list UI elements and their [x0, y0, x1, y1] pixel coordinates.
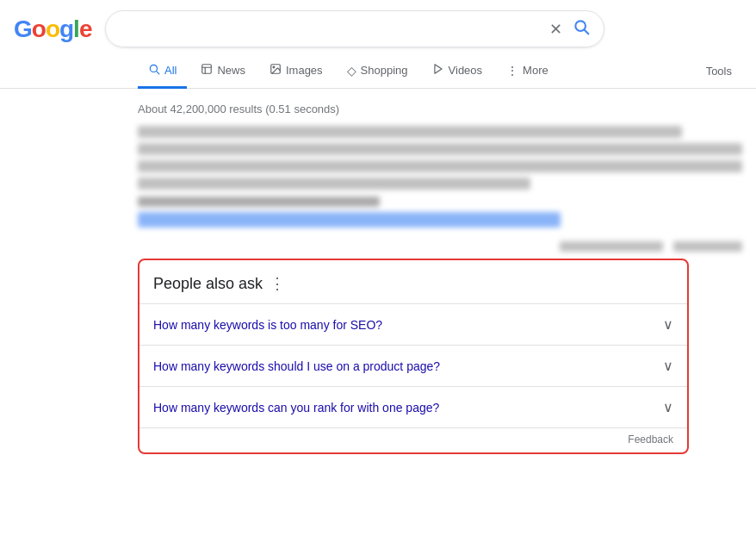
nav-tabs: All News Images ◇ Shopping Videos ⋮ More…: [0, 54, 756, 89]
tab-all-label: All: [164, 64, 177, 77]
paa-question-2-text: How many keywords should I use on a prod…: [153, 359, 440, 373]
header: Google how many seo keywords per page ✕: [0, 0, 756, 47]
news-tab-icon: [201, 63, 213, 78]
svg-marker-9: [434, 65, 441, 74]
svg-rect-4: [202, 65, 212, 74]
paa-chevron-3-icon: ∨: [663, 399, 673, 415]
paa-feedback[interactable]: Feedback: [139, 427, 687, 452]
tab-shopping-label: Shopping: [361, 64, 408, 77]
search-icon[interactable]: [573, 18, 590, 40]
svg-line-3: [157, 72, 159, 74]
tab-videos-label: Videos: [449, 64, 483, 77]
paa-title: People also ask: [153, 275, 263, 293]
more-tab-icon: ⋮: [506, 64, 518, 78]
tab-more-label: More: [523, 64, 548, 77]
paa-question-1-text: How many keywords is too many for SEO?: [153, 318, 382, 332]
tab-all[interactable]: All: [138, 54, 187, 89]
paa-question-3[interactable]: How many keywords can you rank for with …: [139, 386, 687, 427]
paa-question-1[interactable]: How many keywords is too many for SEO? ∨: [139, 303, 687, 345]
search-result-1: [138, 126, 742, 228]
google-logo: Google: [14, 16, 91, 43]
tab-images-label: Images: [286, 64, 323, 77]
tab-videos[interactable]: Videos: [422, 54, 493, 89]
images-tab-icon: [270, 63, 282, 78]
search-bar: how many seo keywords per page ✕: [105, 10, 604, 47]
svg-point-8: [273, 66, 275, 68]
search-input[interactable]: how many seo keywords per page: [120, 22, 549, 37]
shopping-tab-icon: ◇: [347, 64, 356, 78]
tab-shopping[interactable]: ◇ Shopping: [337, 55, 418, 89]
paa-options-icon[interactable]: ⋮: [270, 274, 285, 293]
tools-tab[interactable]: Tools: [696, 56, 742, 86]
blurred-feedback-row: [138, 241, 742, 252]
people-also-ask-box: People also ask ⋮ How many keywords is t…: [138, 259, 689, 454]
clear-icon[interactable]: ✕: [549, 20, 562, 39]
search-tab-icon: [148, 63, 160, 78]
paa-question-3-text: How many keywords can you rank for with …: [153, 401, 439, 415]
svg-line-1: [585, 30, 589, 34]
paa-chevron-1-icon: ∨: [663, 316, 673, 333]
tab-more[interactable]: ⋮ More: [496, 55, 559, 89]
content-area: About 42,200,000 results (0.51 seconds) …: [0, 89, 756, 468]
tab-images[interactable]: Images: [259, 54, 333, 89]
tab-news[interactable]: News: [190, 54, 256, 89]
tab-news-label: News: [217, 64, 245, 77]
paa-question-2[interactable]: How many keywords should I use on a prod…: [139, 345, 687, 386]
paa-chevron-2-icon: ∨: [663, 358, 673, 374]
results-count: About 42,200,000 results (0.51 seconds): [138, 103, 742, 115]
videos-tab-icon: [432, 63, 444, 78]
paa-header: People also ask ⋮: [139, 274, 687, 303]
